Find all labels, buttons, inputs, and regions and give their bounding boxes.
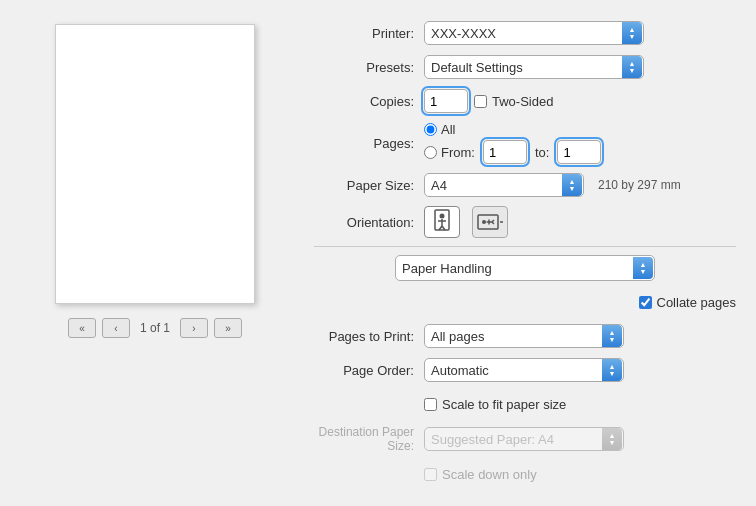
paper-size-label: Paper Size: (314, 178, 424, 193)
orientation-row: Orientation: (314, 206, 736, 238)
scale-down-checkbox[interactable] (424, 468, 437, 481)
paper-dimensions: 210 by 297 mm (598, 178, 681, 192)
pages-to-label: to: (535, 145, 549, 160)
pages-to-print-label: Pages to Print: (314, 329, 424, 344)
scale-fit-control: Scale to fit paper size (424, 397, 736, 412)
section-select-wrapper: Paper Handling (395, 255, 655, 281)
svg-point-1 (440, 214, 445, 219)
pages-to-input[interactable] (557, 140, 601, 164)
pages-from-row: From: to: (424, 140, 601, 164)
svg-line-11 (492, 220, 494, 222)
copies-control: Two-Sided (424, 89, 736, 113)
paper-size-select-wrapper: A4 (424, 173, 584, 197)
section-row: Paper Handling (314, 255, 736, 281)
printer-select-wrapper: XXX-XXXX (424, 21, 644, 45)
pages-from-input[interactable] (483, 140, 527, 164)
page-info: 1 of 1 (136, 321, 174, 335)
page-navigation: « ‹ 1 of 1 › » (68, 318, 242, 338)
pages-to-print-select[interactable]: All pages (424, 324, 624, 348)
presets-row: Presets: Default Settings (314, 54, 736, 80)
pages-control: All From: to: (424, 122, 736, 164)
two-sided-row: Two-Sided (474, 94, 553, 109)
last-page-button[interactable]: » (214, 318, 242, 338)
svg-point-8 (482, 220, 486, 224)
scale-down-control: Scale down only (424, 467, 736, 482)
page-order-control: Automatic (424, 358, 736, 382)
main-content: « ‹ 1 of 1 › » Printer: XXX-XXXX (0, 0, 756, 506)
collate-label: Collate pages (657, 295, 737, 310)
dest-paper-select[interactable]: Suggested Paper: A4 (424, 427, 624, 451)
section-select-container: Paper Handling (314, 255, 736, 281)
collate-control: Collate pages (639, 295, 737, 310)
preview-pane: « ‹ 1 of 1 › » (0, 16, 310, 499)
presets-select[interactable]: Default Settings (424, 55, 644, 79)
orientation-label: Orientation: (314, 215, 424, 230)
paper-size-select[interactable]: A4 (424, 173, 584, 197)
portrait-button[interactable] (424, 206, 460, 238)
scale-fit-row: Scale to fit paper size (314, 391, 736, 417)
scale-fit-checkbox[interactable] (424, 398, 437, 411)
copies-input[interactable] (424, 89, 468, 113)
page-order-select-wrapper: Automatic (424, 358, 624, 382)
first-page-button[interactable]: « (68, 318, 96, 338)
scale-down-label: Scale down only (442, 467, 537, 482)
dest-paper-label: Destination Paper Size: (314, 425, 424, 453)
page-preview (55, 24, 255, 304)
landscape-icon (477, 212, 503, 232)
copies-row: Copies: Two-Sided (314, 88, 736, 114)
landscape-button[interactable] (472, 206, 508, 238)
scale-down-checkbox-row: Scale down only (424, 467, 537, 482)
paper-size-row: Paper Size: A4 210 by 297 mm (314, 172, 736, 198)
page-order-label: Page Order: (314, 363, 424, 378)
pages-label: Pages: (314, 136, 424, 151)
two-sided-label: Two-Sided (492, 94, 553, 109)
page-order-row: Page Order: Automatic (314, 357, 736, 383)
print-dialog: « ‹ 1 of 1 › » Printer: XXX-XXXX (0, 0, 756, 506)
dest-paper-row: Destination Paper Size: Suggested Paper:… (314, 425, 736, 453)
printer-label: Printer: (314, 26, 424, 41)
dest-paper-select-wrapper: Suggested Paper: A4 (424, 427, 624, 451)
section-select[interactable]: Paper Handling (395, 255, 655, 281)
pages-from-radio[interactable] (424, 146, 437, 159)
divider (314, 246, 736, 247)
copies-label: Copies: (314, 94, 424, 109)
pages-all-radio[interactable] (424, 123, 437, 136)
printer-control: XXX-XXXX (424, 21, 736, 45)
pages-all-row: All (424, 122, 601, 137)
dest-paper-control: Suggested Paper: A4 (424, 427, 736, 451)
presets-label: Presets: (314, 60, 424, 75)
portrait-icon (432, 209, 452, 235)
pages-to-print-row: Pages to Print: All pages (314, 323, 736, 349)
orientation-control (424, 206, 736, 238)
prev-page-button[interactable]: ‹ (102, 318, 130, 338)
collate-checkbox[interactable] (639, 296, 652, 309)
settings-pane: Printer: XXX-XXXX Presets: Default Setti… (310, 16, 756, 499)
pages-radio-group: All From: to: (424, 122, 601, 164)
pages-to-print-select-wrapper: All pages (424, 324, 624, 348)
two-sided-checkbox[interactable] (474, 95, 487, 108)
printer-row: Printer: XXX-XXXX (314, 20, 736, 46)
pages-from-label: From: (441, 145, 475, 160)
scale-fit-checkbox-row: Scale to fit paper size (424, 397, 566, 412)
pages-row: Pages: All From: to: (314, 122, 736, 164)
svg-line-12 (492, 222, 494, 224)
scale-fit-label: Scale to fit paper size (442, 397, 566, 412)
page-order-select[interactable]: Automatic (424, 358, 624, 382)
paper-size-control: A4 210 by 297 mm (424, 173, 736, 197)
presets-select-wrapper: Default Settings (424, 55, 644, 79)
presets-control: Default Settings (424, 55, 736, 79)
next-page-button[interactable]: › (180, 318, 208, 338)
pages-to-print-control: All pages (424, 324, 736, 348)
collate-row: Collate pages (314, 289, 736, 315)
printer-select[interactable]: XXX-XXXX (424, 21, 644, 45)
pages-all-label: All (441, 122, 455, 137)
scale-down-row: Scale down only (314, 461, 736, 487)
